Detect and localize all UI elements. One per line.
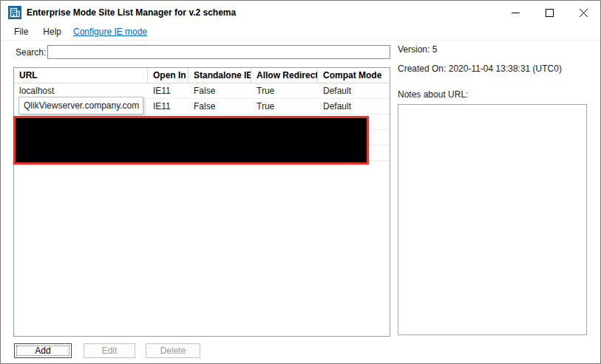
minimize-button[interactable] — [498, 1, 532, 24]
notes-about-url-label: Notes about URL: — [398, 89, 468, 100]
minimize-icon — [512, 9, 520, 17]
cell-standalone-ie: False — [189, 99, 251, 114]
version-label: Version: — [398, 44, 429, 55]
created-on-value: 2020-11-04 13:38:31 (UTC0) — [449, 63, 562, 74]
redaction-overlay — [13, 116, 369, 165]
column-header-allow-redirect[interactable]: Allow Redirect — [251, 68, 318, 83]
close-icon — [580, 9, 588, 17]
window-controls — [498, 1, 600, 24]
version-line: Version: 5 — [398, 44, 437, 55]
column-header-compat-mode[interactable]: Compat Mode — [318, 68, 390, 83]
menu-configure-ie-mode-link[interactable]: Configure IE mode — [69, 25, 155, 39]
url-tooltip: QlikViewserver.company.com — [18, 97, 143, 114]
edit-button[interactable]: Edit — [84, 343, 135, 358]
column-header-open-in[interactable]: Open In — [148, 68, 189, 83]
title-bar: Enterprise Mode Site List Manager for v.… — [1, 1, 600, 24]
search-label: Search: — [16, 47, 46, 58]
maximize-icon — [546, 9, 554, 17]
delete-button[interactable]: Delete — [146, 343, 200, 358]
created-on-line: Created On: 2020-11-04 13:38:31 (UTC0) — [398, 63, 562, 74]
maximize-button[interactable] — [532, 1, 566, 24]
app-window: Enterprise Mode Site List Manager for v.… — [0, 0, 601, 364]
column-header-standalone-ie[interactable]: Standalone IE — [189, 68, 251, 83]
cell-compat-mode: Default — [318, 99, 390, 114]
search-input[interactable] — [47, 45, 390, 59]
menu-bar: File Help Configure IE mode — [1, 24, 600, 41]
cell-open-in: IE11 — [148, 99, 189, 114]
close-button[interactable] — [566, 1, 600, 24]
cell-standalone-ie: False — [189, 83, 251, 98]
notes-textarea[interactable] — [398, 104, 587, 335]
column-header-url[interactable]: URL — [14, 68, 148, 83]
menu-file[interactable]: File — [7, 25, 35, 39]
created-on-label: Created On: — [398, 63, 446, 74]
add-button[interactable]: Add — [14, 343, 72, 358]
cell-url: localhost — [14, 83, 148, 98]
table-header-row: URL Open In Standalone IE Allow Redirect… — [14, 68, 390, 83]
app-building-icon — [8, 6, 21, 19]
cell-allow-redirect: True — [251, 99, 318, 114]
version-value: 5 — [432, 44, 438, 55]
cell-compat-mode: Default — [318, 83, 390, 98]
menu-help[interactable]: Help — [35, 25, 69, 39]
cell-allow-redirect: True — [251, 83, 318, 98]
window-title: Enterprise Mode Site List Manager for v.… — [27, 7, 236, 18]
cell-open-in: IE11 — [148, 83, 189, 98]
